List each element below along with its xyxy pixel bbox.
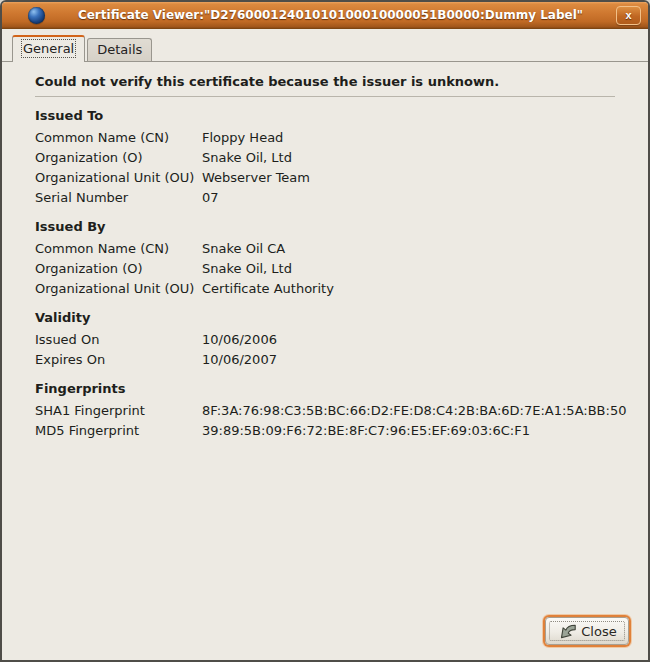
field-label: Common Name (CN) xyxy=(35,239,202,259)
section-fingerprints: Fingerprints SHA1 Fingerprint 8F:3A:76:9… xyxy=(35,380,615,441)
section-validity: Validity Issued On 10/06/2006 Expires On… xyxy=(35,309,615,370)
section-issued-to: Issued To Common Name (CN) Floppy Head O… xyxy=(35,107,615,208)
notice-separator xyxy=(35,96,615,97)
certificate-viewer-window: Certificate Viewer:"D2760001240101010001… xyxy=(0,0,650,662)
field-label: Organizational Unit (OU) xyxy=(35,279,202,299)
field-value: Snake Oil, Ltd xyxy=(202,148,615,168)
tab-general[interactable]: General xyxy=(12,35,85,62)
field-label: Expires On xyxy=(35,350,202,370)
field-value: 10/06/2006 xyxy=(202,330,615,350)
field-label: Organizational Unit (OU) xyxy=(35,168,202,188)
field-value: 10/06/2007 xyxy=(202,350,615,370)
titlebar[interactable]: Certificate Viewer:"D2760001240101010001… xyxy=(2,2,648,29)
field-label: Issued On xyxy=(35,330,202,350)
field-row: Issued On 10/06/2006 xyxy=(35,330,615,350)
field-row: MD5 Fingerprint 39:89:5B:09:F6:72:BE:8F:… xyxy=(35,421,615,441)
field-label: Serial Number xyxy=(35,188,202,208)
field-row: Organizational Unit (OU) Certificate Aut… xyxy=(35,279,615,299)
section-issued-by: Issued By Common Name (CN) Snake Oil CA … xyxy=(35,218,615,299)
section-title: Issued By xyxy=(35,218,615,235)
section-title: Fingerprints xyxy=(35,380,615,397)
close-button-label: Close xyxy=(581,624,616,639)
tab-details-label: Details xyxy=(97,42,142,57)
field-value: Snake Oil, Ltd xyxy=(202,259,615,279)
field-value: Webserver Team xyxy=(202,168,615,188)
field-label: SHA1 Fingerprint xyxy=(35,401,202,421)
close-arrow-icon xyxy=(557,623,577,640)
close-button[interactable]: Close xyxy=(545,617,629,645)
section-title: Validity xyxy=(35,309,615,326)
field-row: Serial Number 07 xyxy=(35,188,615,208)
field-value: Floppy Head xyxy=(202,128,615,148)
window-menu-icon[interactable] xyxy=(28,7,45,24)
field-row: Organization (O) Snake Oil, Ltd xyxy=(35,259,615,279)
field-row: SHA1 Fingerprint 8F:3A:76:98:C3:5B:BC:66… xyxy=(35,401,615,421)
titlebar-close-button[interactable]: x xyxy=(616,6,641,25)
window-title: Certificate Viewer:"D2760001240101010001… xyxy=(45,8,616,22)
field-label: Organization (O) xyxy=(35,148,202,168)
tab-bar: General Details xyxy=(2,29,648,62)
close-x-icon: x xyxy=(625,9,631,21)
field-label: MD5 Fingerprint xyxy=(35,421,202,441)
field-value: Snake Oil CA xyxy=(202,239,615,259)
dialog-body: General Details Could not verify this ce… xyxy=(2,29,648,661)
field-label: Organization (O) xyxy=(35,259,202,279)
field-value: 07 xyxy=(202,188,615,208)
field-row: Organizational Unit (OU) Webserver Team xyxy=(35,168,615,188)
field-row: Common Name (CN) Floppy Head xyxy=(35,128,615,148)
verification-notice: Could not verify this certificate becaus… xyxy=(35,73,615,91)
tab-details[interactable]: Details xyxy=(87,38,152,61)
field-value: Certificate Authority xyxy=(202,279,615,299)
field-row: Common Name (CN) Snake Oil CA xyxy=(35,239,615,259)
field-value: 39:89:5B:09:F6:72:BE:8F:C7:96:E5:EF:69:0… xyxy=(202,421,615,441)
general-tab-panel: Could not verify this certificate becaus… xyxy=(2,62,648,661)
field-row: Expires On 10/06/2007 xyxy=(35,350,615,370)
field-value: 8F:3A:76:98:C3:5B:BC:66:D2:FE:D8:C4:2B:B… xyxy=(202,401,626,421)
section-title: Issued To xyxy=(35,107,615,124)
field-label: Common Name (CN) xyxy=(35,128,202,148)
tab-general-label: General xyxy=(23,41,74,56)
field-row: Organization (O) Snake Oil, Ltd xyxy=(35,148,615,168)
